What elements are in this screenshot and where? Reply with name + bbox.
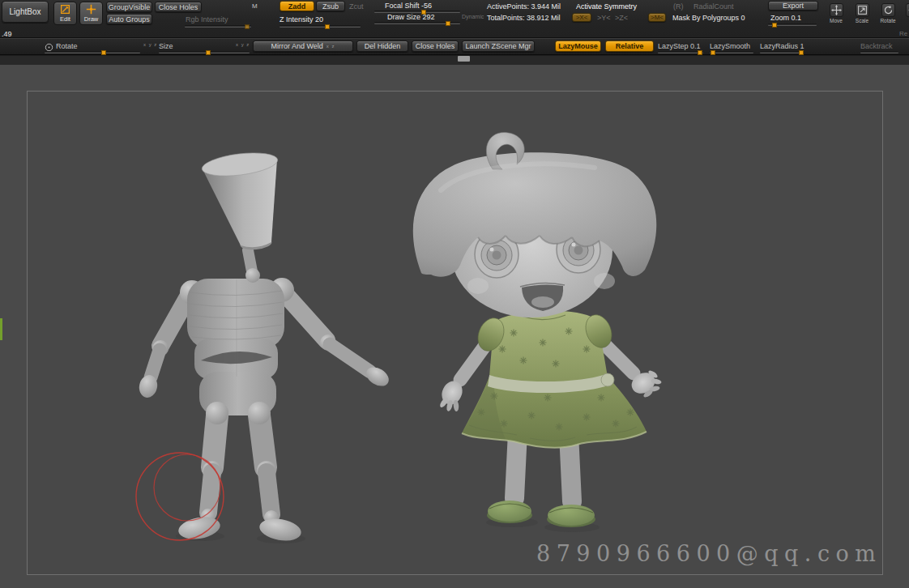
draw-button[interactable]: Draw <box>79 2 103 25</box>
edit-button[interactable]: Edit <box>53 2 77 25</box>
group-visible-button[interactable]: GroupVisible <box>106 2 152 12</box>
lazy-smooth-slider-thumb[interactable] <box>711 50 715 55</box>
lazy-radius-slider-thumb[interactable] <box>799 50 804 55</box>
mirror-and-weld-button[interactable]: Mirror And Weld x z <box>253 40 353 52</box>
relative-button[interactable]: Relative <box>605 40 654 52</box>
export-button[interactable]: Export <box>768 1 818 11</box>
draw-label: Draw <box>84 15 99 23</box>
radial-toggle[interactable]: (R) <box>673 2 684 11</box>
viewport-render <box>28 92 884 576</box>
dynamic-toggle[interactable]: Dynamic <box>462 14 484 19</box>
backtrack-button[interactable]: Backtrack <box>860 42 893 50</box>
lazy-smooth-slider-track[interactable] <box>710 51 753 53</box>
radial-count-slider-label[interactable]: RadialCount <box>693 2 734 11</box>
symmetry-x-button[interactable]: >X< <box>572 13 591 22</box>
symmetry-m-button[interactable]: >M< <box>648 13 666 22</box>
rgb-intensity-slider-label[interactable]: Rgb Intensity <box>186 15 228 23</box>
z-intensity-slider-label[interactable]: Z Intensity 20 <box>280 15 323 23</box>
axes-indicator: x y z <box>143 42 157 47</box>
focal-shift-slider-label[interactable]: Focal Shift -56 <box>385 2 432 10</box>
close-holes-button-2[interactable]: Close Holes <box>412 40 459 52</box>
lazy-step-slider-thumb[interactable] <box>698 50 702 55</box>
mirror-and-weld-label: Mirror And Weld <box>271 42 322 50</box>
del-hidden-button[interactable]: Del Hidden <box>356 40 408 52</box>
m-indicator: M <box>252 2 258 10</box>
rgb-intensity-slider-track[interactable] <box>185 25 251 28</box>
divider-pull-tab[interactable] <box>458 56 470 62</box>
zbrush-window: LightBox Edit Draw GroupVisible Auto Gro… <box>0 0 909 588</box>
rotate-gyro-button[interactable]: Rotate <box>877 3 899 23</box>
edit-icon <box>60 4 70 15</box>
lazy-step-slider-label[interactable]: LazyStep 0.1 <box>658 42 701 50</box>
edge-move-icon <box>906 3 909 17</box>
top-shelf: LightBox Edit Draw GroupVisible Auto Gro… <box>0 0 909 38</box>
zsub-button[interactable]: Zsub <box>316 1 345 11</box>
axes-indicator-2: x y z <box>236 42 250 47</box>
zadd-button[interactable]: Zadd <box>280 1 314 11</box>
symmetry-y-button[interactable]: >Y< <box>597 14 611 22</box>
draw-size-slider-track[interactable] <box>374 22 460 24</box>
size-slider-track[interactable] <box>159 51 250 53</box>
edge-cut-button-bottom[interactable]: Re <box>899 30 907 37</box>
zoom-slider-label[interactable]: Zoom 0.1 <box>770 14 801 22</box>
edge-cut-button-top[interactable]: Mr <box>901 3 909 23</box>
z-intensity-slider-track[interactable] <box>280 25 361 28</box>
z-intensity-slider-thumb[interactable] <box>325 24 330 29</box>
chibi-girl-model <box>413 132 662 532</box>
document-frame[interactable] <box>27 91 883 575</box>
rgb-intensity-slider-thumb[interactable] <box>245 24 250 29</box>
rotate-slider-track[interactable] <box>45 51 140 53</box>
rotate-icon <box>881 3 895 17</box>
edit-label: Edit <box>60 15 70 23</box>
zcut-button[interactable]: Zcut <box>349 2 364 11</box>
active-points-readout: ActivePoints: 3.944 Mil <box>487 2 561 11</box>
mask-by-polygroups-slider-label[interactable]: Mask By Polygroups 0 <box>672 14 745 22</box>
scale-label: Scale <box>856 18 868 23</box>
move-label: Move <box>830 18 843 23</box>
backtrack-slider-track[interactable] <box>860 51 898 53</box>
lazy-step-slider-track[interactable] <box>658 51 703 53</box>
watermark-text: 8790966600@qq.com <box>536 541 881 566</box>
scale-icon <box>856 3 869 17</box>
left-tray-edge[interactable] <box>0 318 2 340</box>
move-icon <box>830 3 843 17</box>
sculpt-canvas[interactable]: 8790966600@qq.com <box>0 65 909 588</box>
scale-gyro-button[interactable]: Scale <box>851 3 873 23</box>
launch-zscene-mgr-button[interactable]: Launch ZScene Mgr <box>462 40 535 52</box>
rotate-slider-label[interactable]: Rotate <box>56 42 78 50</box>
rotate-slider-thumb[interactable] <box>101 50 106 55</box>
zoom-slider-thumb[interactable] <box>772 23 777 28</box>
shelf-gap <box>0 56 909 65</box>
partial-slider-value: .49 <box>2 30 12 38</box>
mannequin-model <box>137 149 392 543</box>
lightbox-button[interactable]: LightBox <box>2 1 49 23</box>
lazy-mouse-button[interactable]: LazyMouse <box>555 40 601 52</box>
size-slider-thumb[interactable] <box>206 50 211 55</box>
draw-icon <box>86 4 96 15</box>
total-points-readout: TotalPoints: 38.912 Mil <box>487 14 561 22</box>
size-slider-label[interactable]: Size <box>159 42 173 50</box>
second-shelf: Rotate x y z Size x y z Mirror And Weld … <box>0 38 909 55</box>
close-holes-button[interactable]: Close Holes <box>155 2 202 12</box>
move-gyro-button[interactable]: Move <box>825 3 847 23</box>
draw-size-slider-label[interactable]: Draw Size 292 <box>387 13 435 21</box>
draw-size-slider-thumb[interactable] <box>446 21 450 26</box>
symmetry-z-button[interactable]: >Z< <box>615 14 628 22</box>
lazy-radius-slider-track[interactable] <box>760 51 804 53</box>
mirror-axes-indicator: x z <box>326 44 335 49</box>
lazy-radius-slider-label[interactable]: LazyRadius 1 <box>760 42 804 50</box>
zoom-slider-track[interactable] <box>768 23 817 26</box>
lazy-smooth-slider-label[interactable]: LazySmooth <box>710 42 750 50</box>
activate-symmetry-button[interactable]: Activate Symmetry <box>576 2 637 11</box>
auto-groups-button[interactable]: Auto Groups <box>106 14 152 24</box>
rotate-label: Rotate <box>880 18 895 23</box>
